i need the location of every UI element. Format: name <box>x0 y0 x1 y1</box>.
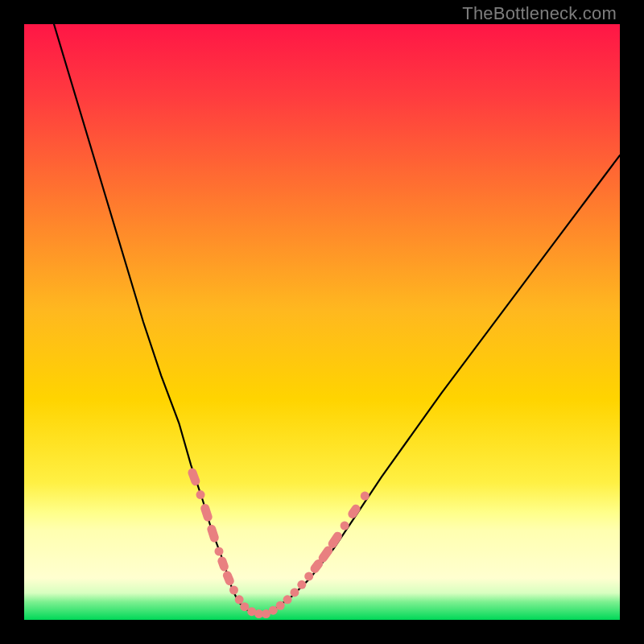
data-marker <box>297 580 306 589</box>
data-marker <box>214 547 223 555</box>
data-marker <box>276 601 285 610</box>
data-marker <box>290 588 299 597</box>
data-marker <box>283 595 292 604</box>
gradient-background <box>24 24 620 620</box>
chart-frame <box>24 24 620 620</box>
data-marker <box>196 490 205 499</box>
data-marker <box>229 586 238 595</box>
data-marker <box>304 572 313 580</box>
data-marker <box>341 522 349 530</box>
data-marker <box>235 595 244 604</box>
watermark-text: TheBottleneck.com <box>462 3 617 24</box>
data-marker <box>361 492 369 501</box>
bottleneck-chart <box>24 24 620 620</box>
